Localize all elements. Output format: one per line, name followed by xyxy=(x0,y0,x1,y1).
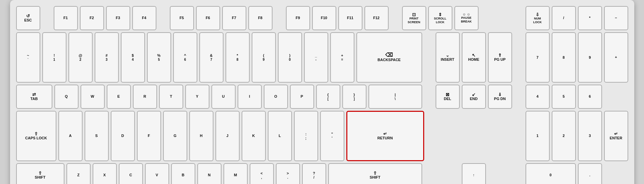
key-num-plus[interactable]: + xyxy=(604,32,628,83)
key-num-4[interactable]: 4 xyxy=(526,85,550,109)
key-q[interactable]: Q xyxy=(54,85,79,109)
key-f11[interactable]: F11 xyxy=(338,6,362,30)
key-j[interactable]: J xyxy=(215,111,240,161)
key-l[interactable]: L xyxy=(268,111,292,161)
key-y[interactable]: Y xyxy=(185,85,209,109)
key-s[interactable]: S xyxy=(85,111,109,161)
key-print-screen[interactable]: ⊡ PRINT SCREEN xyxy=(402,6,426,30)
key-f12[interactable]: F12 xyxy=(364,6,389,30)
key-c[interactable]: C xyxy=(119,163,143,184)
key-g[interactable]: G xyxy=(163,111,187,161)
key-slash[interactable]: ? / xyxy=(302,163,326,184)
key-2[interactable]: @ 2 xyxy=(68,32,93,83)
key-num-dot[interactable]: . xyxy=(578,163,602,184)
key-minus[interactable]: _ - xyxy=(304,32,328,83)
key-rbracket[interactable]: } ] xyxy=(342,85,366,109)
key-lbracket[interactable]: { [ xyxy=(316,85,340,109)
key-v[interactable]: V xyxy=(145,163,169,184)
key-f2[interactable]: F2 xyxy=(80,6,104,30)
key-end[interactable]: ↙ END xyxy=(462,85,486,109)
key-tilde[interactable]: ~ ` xyxy=(16,32,40,83)
key-shift-right[interactable]: ⇧ SHIFT xyxy=(328,163,422,184)
key-esc[interactable]: ↺ ESC xyxy=(16,6,40,30)
key-7[interactable]: & 7 xyxy=(199,32,224,83)
key-del[interactable]: ⊠ DEL xyxy=(436,85,460,109)
key-num-slash[interactable]: / xyxy=(552,6,576,30)
key-5[interactable]: % 5 xyxy=(147,32,171,83)
gap xyxy=(426,111,436,161)
key-num-9[interactable]: 9 xyxy=(578,32,602,83)
key-f1[interactable]: F1 xyxy=(54,6,78,30)
key-num-3[interactable]: 3 xyxy=(578,111,602,161)
key-pause-break[interactable]: ☺ ☺ PAUSE BREAK xyxy=(454,6,479,30)
key-p[interactable]: P xyxy=(290,85,314,109)
row-shift: ⇧ SHIFT Z X C V B N M < , > . ? / ⇧ SHIF… xyxy=(16,163,628,184)
key-o[interactable]: O xyxy=(264,85,288,109)
key-num-asterisk[interactable]: * xyxy=(578,6,602,30)
key-f6[interactable]: F6 xyxy=(196,6,220,30)
key-r[interactable]: R xyxy=(133,85,157,109)
key-insert[interactable]: ⌄ INSERT xyxy=(436,32,460,83)
key-backslash[interactable]: | \ xyxy=(368,85,422,109)
key-return[interactable]: ↵ RETURN xyxy=(346,111,424,161)
key-m[interactable]: M xyxy=(224,163,248,184)
key-num-2[interactable]: 2 xyxy=(552,111,576,161)
key-num-lock[interactable]: ⇩ NUM LOCK xyxy=(526,6,550,30)
key-scroll-lock[interactable]: ⇕ SCROLL LOCK xyxy=(428,6,452,30)
key-i[interactable]: I xyxy=(238,85,262,109)
key-f5[interactable]: F5 xyxy=(170,6,194,30)
key-f10[interactable]: F10 xyxy=(312,6,336,30)
key-num-6[interactable]: 6 xyxy=(578,85,602,109)
key-w[interactable]: W xyxy=(81,85,105,109)
key-u[interactable]: U xyxy=(211,85,236,109)
esc-icon: ↺ xyxy=(26,14,30,18)
key-f3[interactable]: F3 xyxy=(106,6,130,30)
key-semicolon[interactable]: : ; xyxy=(294,111,318,161)
key-f7[interactable]: F7 xyxy=(222,6,246,30)
key-k[interactable]: K xyxy=(242,111,266,161)
key-f[interactable]: F xyxy=(137,111,161,161)
key-num-minus[interactable]: − xyxy=(604,6,628,30)
key-equals[interactable]: + = xyxy=(330,32,354,83)
key-num-0[interactable]: 0 xyxy=(526,163,576,184)
gap xyxy=(42,6,52,30)
key-f4[interactable]: F4 xyxy=(132,6,156,30)
key-comma[interactable]: < , xyxy=(250,163,274,184)
key-n[interactable]: N xyxy=(197,163,221,184)
key-pg-dn[interactable]: ⇓ PG DN xyxy=(488,85,512,109)
key-0[interactable]: ) 0 xyxy=(278,32,302,83)
key-h[interactable]: H xyxy=(189,111,213,161)
row-qwerty: ⇄ TAB Q W E R T Y U I O P { [ } ] | \ ⊠ … xyxy=(16,85,628,109)
key-d[interactable]: D xyxy=(111,111,135,161)
key-6[interactable]: ^ 6 xyxy=(173,32,197,83)
key-home[interactable]: ↖ HOME xyxy=(462,32,486,83)
key-arrow-up[interactable]: ↑ xyxy=(462,163,486,184)
key-f9[interactable]: F9 xyxy=(286,6,310,30)
key-num-7[interactable]: 7 xyxy=(526,32,550,83)
key-num-5[interactable]: 5 xyxy=(552,85,576,109)
key-8[interactable]: * 8 xyxy=(226,32,250,83)
key-backspace[interactable]: ⌫ BACKSPACE xyxy=(356,32,422,83)
key-caps-lock[interactable]: ⇧ CAPS LOCK xyxy=(16,111,56,161)
key-a[interactable]: A xyxy=(58,111,83,161)
key-3[interactable]: # 3 xyxy=(95,32,119,83)
key-num-1[interactable]: 1 xyxy=(526,111,550,161)
key-4[interactable]: $ 4 xyxy=(121,32,145,83)
key-quote[interactable]: " ' xyxy=(320,111,344,161)
key-b[interactable]: B xyxy=(171,163,195,184)
key-e[interactable]: E xyxy=(107,85,131,109)
row-asdf: ⇧ CAPS LOCK A S D F G H J K L : ; " ' ↵ … xyxy=(16,111,628,161)
key-9[interactable]: ( 9 xyxy=(252,32,276,83)
key-1[interactable]: ! 1 xyxy=(42,32,66,83)
key-num-enter[interactable]: ↵ ENTER xyxy=(604,111,628,161)
key-tab[interactable]: ⇄ TAB xyxy=(16,85,52,109)
key-t[interactable]: T xyxy=(159,85,183,109)
key-shift-left[interactable]: ⇧ SHIFT xyxy=(16,163,64,184)
key-f8[interactable]: F8 xyxy=(248,6,273,30)
key-num-8[interactable]: 8 xyxy=(552,32,576,83)
key-period[interactable]: > . xyxy=(276,163,300,184)
key-x[interactable]: X xyxy=(93,163,117,184)
gap xyxy=(424,85,434,109)
key-pg-up[interactable]: ⇑ PG UP xyxy=(488,32,512,83)
key-z[interactable]: Z xyxy=(66,163,91,184)
